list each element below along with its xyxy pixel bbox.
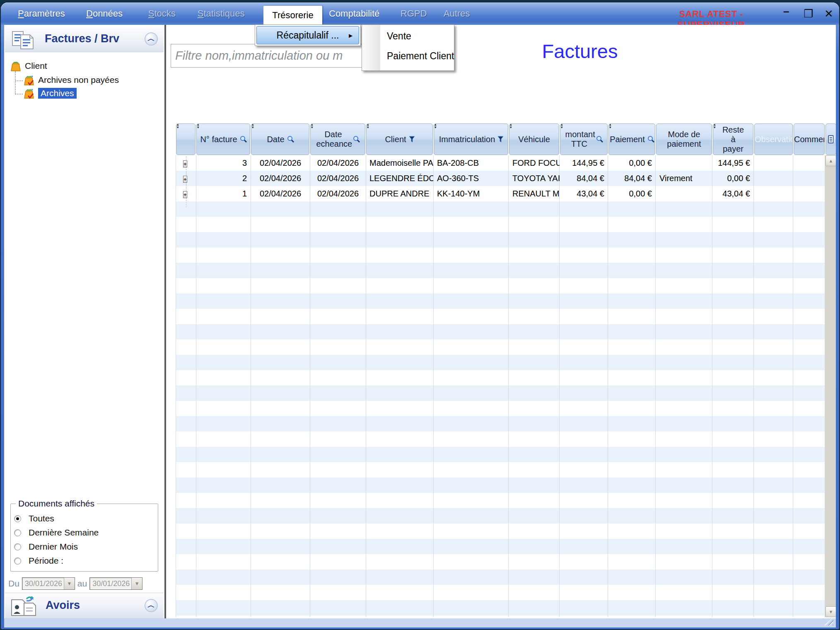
date-to-value[interactable]: 30/01/2026 <box>90 578 131 589</box>
header-paiement[interactable]: ▴▾ Paiement <box>608 124 655 155</box>
cell-reste-a-payer[interactable]: 144,95 € <box>713 155 754 171</box>
header-label[interactable]: Paiement <box>609 135 646 144</box>
collapse-factures-button[interactable]: ︿ <box>145 32 158 46</box>
expand-row-button[interactable]: + <box>183 191 187 198</box>
search-icon[interactable] <box>240 136 247 143</box>
cell-montant-ttc[interactable]: 43,04 € <box>560 186 608 201</box>
tree-item-client[interactable]: Client <box>10 60 47 72</box>
radio-derniere-semaine[interactable]: Dernière Semaine <box>14 527 99 538</box>
menu-comptabilite[interactable]: Comptabilité <box>329 8 379 19</box>
header-observations[interactable]: Observations <box>754 124 793 155</box>
header-label[interactable]: Reste à payer <box>719 125 747 154</box>
header-montant-ttc[interactable]: ▴▾ montant TTC <box>560 124 608 155</box>
minimize-button[interactable]: – <box>783 5 789 17</box>
cell-paiement[interactable]: 0,00 € <box>608 155 656 171</box>
cell-mode-paiement[interactable]: Virement <box>656 171 713 186</box>
cell-date[interactable]: 02/04/2026 <box>251 155 310 171</box>
cell-date-echeance[interactable]: 02/04/2026 <box>310 171 366 186</box>
menu-donnees[interactable]: Données <box>86 8 123 19</box>
header-label[interactable]: Commentaires <box>794 135 824 144</box>
cell-vehicule[interactable]: FORD FOCU <box>509 155 560 171</box>
cell-commentaires[interactable] <box>794 171 826 186</box>
cell-montant-ttc[interactable]: 144,95 € <box>560 155 608 171</box>
cell-client[interactable]: DUPRE ANDRE <box>366 186 434 201</box>
radio-label[interactable]: Dernière Semaine <box>29 528 99 538</box>
radio-icon[interactable] <box>14 543 21 550</box>
factures-panel-header[interactable]: Factures / Brv ︿ <box>5 27 164 52</box>
cell-mode-paiement[interactable] <box>656 186 713 201</box>
header-vehicule[interactable]: ▴▾ Véhicule <box>509 124 559 155</box>
header-date[interactable]: ▴▾ Date <box>251 124 309 155</box>
header-label[interactable]: Observations <box>755 135 792 144</box>
chevron-down-icon[interactable]: ▼ <box>64 578 75 589</box>
radio-periode[interactable]: Période : <box>14 555 63 566</box>
tree-item-archives[interactable]: Archives <box>23 87 77 99</box>
header-n-facture[interactable]: ▴▾ N° facture <box>196 124 250 155</box>
radio-label[interactable]: Dernier Mois <box>29 542 78 552</box>
radio-toutes[interactable]: Toutes <box>14 513 54 524</box>
filter-funnel-icon[interactable] <box>409 136 415 143</box>
cell-client[interactable]: Mademoiselle PA <box>366 155 434 171</box>
chevron-down-icon[interactable]: ▼ <box>131 578 142 589</box>
cell-observations[interactable] <box>754 186 794 201</box>
submenu-item-paiement-client[interactable]: Paiement Client <box>387 51 454 62</box>
close-button[interactable]: ✕ <box>824 7 833 20</box>
table-row[interactable]: + 3 02/04/2026 02/04/2026 Mademoiselle P… <box>176 155 826 171</box>
menu-item-recapitulatif[interactable]: Récapitulalif ... ► <box>256 26 359 44</box>
cell-paiement[interactable]: 84,04 € <box>608 171 656 186</box>
search-icon[interactable] <box>647 136 655 143</box>
cell-immatriculation[interactable]: AO-360-TS <box>434 171 509 186</box>
cell-commentaires[interactable] <box>794 155 826 171</box>
radio-icon[interactable] <box>14 515 21 522</box>
header-immatriculation[interactable]: ▴▾ Immatriculation <box>434 124 508 155</box>
menu-tresorerie-open[interactable]: Trésorerie <box>263 6 322 25</box>
cell-client[interactable]: LEGENDRE ÉDOI <box>366 171 434 186</box>
cell-n-facture[interactable]: 1 <box>196 186 251 201</box>
radio-label[interactable]: Période : <box>29 556 63 566</box>
cell-n-facture[interactable]: 2 <box>196 171 251 186</box>
tree-item-label[interactable]: Archives non payées <box>38 75 119 85</box>
header-label[interactable]: Immatriculation <box>438 135 496 144</box>
cell-reste-a-payer[interactable]: 0,00 € <box>713 171 754 186</box>
scroll-down-icon[interactable]: ▼ <box>826 606 836 617</box>
cell-reste-a-payer[interactable]: 43,04 € <box>713 186 754 201</box>
header-reste-a-payer[interactable]: ▴▾ Reste à payer <box>713 124 753 155</box>
scroll-up-icon[interactable]: ▲ <box>826 155 836 166</box>
avoirs-panel-header[interactable]: Avoirs ︿ <box>5 593 164 618</box>
search-icon[interactable] <box>353 136 360 143</box>
table-vertical-scrollbar[interactable]: ▲ ▼ <box>825 155 836 617</box>
cell-observations[interactable] <box>754 155 794 171</box>
cell-observations[interactable] <box>754 171 794 186</box>
maximize-button[interactable]: ❒ <box>804 7 813 20</box>
table-row[interactable]: + 1 02/04/2026 02/04/2026 DUPRE ANDRE KK… <box>176 186 826 201</box>
table-row[interactable]: + 2 02/04/2026 02/04/2026 LEGENDRE ÉDOI … <box>176 171 826 186</box>
tree-item-label[interactable]: Client <box>25 61 47 71</box>
expand-row-button[interactable]: + <box>183 176 187 183</box>
cell-commentaires[interactable] <box>794 186 826 201</box>
submenu-item-vente[interactable]: Vente <box>387 31 411 42</box>
cell-vehicule[interactable]: RENAULT M <box>509 186 560 201</box>
tree-item-archives-non-payees[interactable]: Archives non payées <box>23 74 119 86</box>
header-label[interactable]: Date echeance <box>316 130 351 149</box>
resize-grip[interactable] <box>824 617 833 625</box>
cell-date[interactable]: 02/04/2026 <box>251 171 310 186</box>
header-date-echeance[interactable]: ▴▾ Date echeance <box>310 124 365 155</box>
cell-date-echeance[interactable]: 02/04/2026 <box>310 155 366 171</box>
header-label[interactable]: montant TTC <box>565 130 594 149</box>
header-label[interactable]: Mode de paiement <box>665 130 703 149</box>
date-from-combobox[interactable]: 30/01/2026 ▼ <box>22 577 75 590</box>
filter-input[interactable] <box>171 44 362 68</box>
cell-immatriculation[interactable]: BA-208-CB <box>434 155 509 171</box>
collapse-avoirs-button[interactable]: ︿ <box>145 599 158 612</box>
header-label[interactable]: Date <box>266 135 285 144</box>
cell-mode-paiement[interactable] <box>656 155 713 171</box>
search-icon[interactable] <box>287 136 294 143</box>
menu-parametres[interactable]: Paramètres <box>18 8 65 19</box>
radio-label[interactable]: Toutes <box>29 514 54 523</box>
cell-vehicule[interactable]: TOYOTA YAI <box>509 171 560 186</box>
header-label[interactable]: Véhicule <box>517 135 551 144</box>
tree-item-label-selected[interactable]: Archives <box>38 88 77 99</box>
header-expander[interactable]: ▴▾ <box>176 124 196 155</box>
radio-icon[interactable] <box>14 529 21 536</box>
filter-funnel-icon[interactable] <box>497 136 504 143</box>
